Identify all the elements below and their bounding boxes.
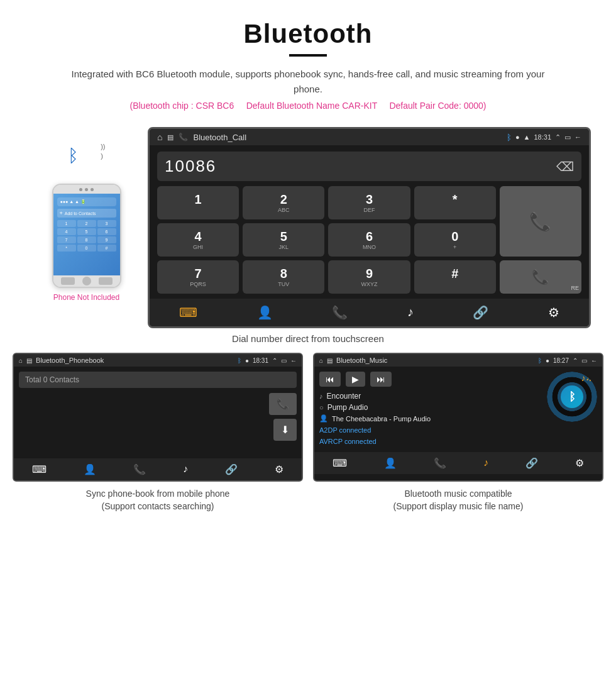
key-7[interactable]: 7PQRS	[157, 260, 239, 294]
title-underline	[289, 54, 327, 57]
main-caption: Dial number direct from touchscreen	[0, 328, 616, 353]
key-6[interactable]: 6MNO	[328, 223, 410, 257]
key-4[interactable]: 4GHI	[157, 223, 239, 257]
person-icon: 👤	[319, 414, 328, 423]
redial-button[interactable]: 📞RE	[500, 260, 581, 294]
avrcp-status: AVRCP connected	[319, 436, 542, 448]
phone-key-star: *	[57, 245, 76, 252]
wave-2: )	[101, 152, 103, 160]
music-screen: ⌂ ▤ Bluetooth_Music ᛒ ● 18:27 ⌃ ▭ ← ⏮ ▶ …	[313, 353, 603, 482]
pb-statusbar-title: Bluetooth_Phonebook	[36, 357, 234, 364]
backspace-button[interactable]: ⌫	[556, 159, 574, 174]
music-caption: Bluetooth music compatible (Support disp…	[313, 482, 603, 515]
pb-content: Total 0 Contacts 📞 ⬇	[14, 367, 302, 446]
key-2[interactable]: 2ABC	[243, 186, 324, 219]
pb-expand-icon: ⌃	[272, 357, 277, 364]
car-screen-dialer: ⌂ ▤ 📞 Bluetooth_Call ᛒ ● ▲ 18:31 ⌃ ▭ ← 1…	[148, 127, 591, 328]
phone-btn-menu	[99, 277, 113, 285]
music-contacts-icon[interactable]: 👤	[384, 457, 397, 469]
keypad-grid: 1 2ABC 3DEF * 📞 4GHI 5JKL 6MNO 0+ 7PQRS …	[150, 186, 589, 299]
circle-icon: ○	[319, 404, 324, 411]
music-caption-line1: Bluetooth music compatible	[404, 489, 512, 499]
pb-contacts-icon[interactable]: 👤	[84, 463, 96, 475]
car-statusbar: ⌂ ▤ 📞 Bluetooth_Call ᛒ ● ▲ 18:31 ⌃ ▭ ←	[150, 129, 589, 145]
pb-settings-icon[interactable]: ⚙	[275, 463, 283, 475]
music-signal: ●	[546, 357, 549, 364]
pb-phone-icon[interactable]: 📞	[133, 463, 146, 475]
car-call-icon: 📞	[179, 133, 188, 141]
bt-signal-container: ᛒ )) )	[68, 140, 106, 177]
pb-signal: ●	[245, 357, 249, 364]
pb-back-icon[interactable]: ←	[290, 357, 297, 364]
pb-download-btn[interactable]: ⬇	[273, 419, 297, 441]
phone-key-0: 0	[77, 245, 96, 252]
battery-icon: ▲	[524, 133, 531, 141]
pb-bottom-bar: ⌨ 👤 📞 ♪ 🔗 ⚙	[14, 458, 302, 480]
pb-search-bar[interactable]: Total 0 Contacts	[19, 372, 297, 388]
pb-music-icon[interactable]: ♪	[183, 463, 188, 475]
phone-dot-3	[91, 188, 94, 191]
pb-call-btn[interactable]: 📞	[269, 393, 297, 415]
bt-circle-logo: ᛒ	[561, 385, 583, 408]
music-keypad-icon[interactable]: ⌨	[333, 457, 347, 469]
pb-time: 18:31	[253, 357, 268, 364]
track-3-name: The Cheebacabra - Pump Audio	[332, 415, 431, 423]
music-notes-icon: ♪♫	[581, 373, 593, 383]
music-expand-icon: ⌃	[573, 357, 578, 364]
settings-icon[interactable]: ⚙	[548, 305, 559, 320]
keypad-icon[interactable]: ⌨	[179, 305, 197, 320]
music-album-art: ᛒ ♪♫	[547, 372, 597, 422]
pb-menu-icon: ▤	[26, 357, 32, 364]
next-button[interactable]: ⏭	[370, 372, 392, 387]
phone-screen-status: ●●● ▲ ▲ 🔋	[57, 197, 116, 206]
key-hash[interactable]: #	[414, 260, 496, 294]
phone-bottom	[53, 275, 120, 287]
phonebook-caption-line2: (Support contacts searching)	[102, 501, 214, 511]
car-statusbar-right: ᛒ ● ▲ 18:31 ⌃ ▭ ←	[507, 133, 581, 142]
music-back-icon[interactable]: ←	[591, 357, 597, 364]
contacts-icon[interactable]: 👤	[257, 305, 273, 320]
page-header: Bluetooth Integrated with BC6 Bluetooth …	[0, 0, 616, 121]
main-screenshot-row: ᛒ )) ) ●●● ▲ ▲ 🔋 Add to Contacts 1 2 3 4	[0, 121, 616, 328]
key-0[interactable]: 0+	[414, 223, 496, 257]
page-description: Integrated with BC6 Bluetooth module, su…	[63, 67, 553, 97]
phone-key-4: 4	[57, 228, 76, 235]
music-phone-icon[interactable]: 📞	[434, 457, 446, 469]
key-1[interactable]: 1	[157, 186, 239, 219]
phone-icon[interactable]: 📞	[332, 305, 348, 320]
keypad-bottom-bar: ⌨ 👤 📞 ♪ 🔗 ⚙	[150, 299, 589, 326]
key-9[interactable]: 9WXYZ	[328, 260, 410, 294]
key-star[interactable]: *	[414, 186, 496, 219]
key-8[interactable]: 8TUV	[243, 260, 324, 294]
a2dp-status: A2DP connected	[319, 425, 542, 436]
link-icon[interactable]: 🔗	[473, 305, 488, 320]
prev-button[interactable]: ⏮	[319, 372, 341, 387]
phonebook-screen: ⌂ ▤ Bluetooth_Phonebook ᛒ ● 18:31 ⌃ ▭ ← …	[13, 353, 303, 482]
track-1-name: Encounter	[327, 392, 361, 401]
play-button[interactable]: ▶	[346, 372, 365, 387]
music-music-icon[interactable]: ♪	[483, 457, 488, 469]
phone-aside: ᛒ )) ) ●●● ▲ ▲ 🔋 Add to Contacts 1 2 3 4	[25, 127, 148, 302]
pb-keypad-icon[interactable]: ⌨	[32, 463, 47, 475]
key-5[interactable]: 5JKL	[243, 223, 324, 257]
music-icon[interactable]: ♪	[407, 305, 414, 320]
phone-not-included-label: Phone Not Included	[53, 293, 119, 302]
music-time: 18:27	[553, 357, 569, 364]
track-1-row: ♪ Encounter	[319, 392, 542, 401]
dialer-input-row: 10086 ⌫	[157, 152, 581, 181]
back-icon[interactable]: ←	[575, 133, 581, 141]
music-link-icon[interactable]: 🔗	[525, 457, 538, 469]
music-info: ⏮ ▶ ⏭ ♪ Encounter ○ Pump Audio 👤 The	[319, 372, 542, 447]
call-button[interactable]: 📞	[500, 186, 581, 257]
phone-dot-2	[85, 188, 88, 191]
phone-add-contact: Add to Contacts	[57, 209, 116, 218]
music-caption-line2: (Support display music file name)	[393, 501, 524, 511]
pb-home-icon: ⌂	[19, 357, 23, 364]
phone-key-8: 8	[77, 236, 96, 243]
music-settings-icon[interactable]: ⚙	[575, 457, 584, 469]
pb-link-icon[interactable]: 🔗	[225, 463, 238, 475]
phone-key-1: 1	[57, 220, 76, 227]
phonebook-caption-line1: Sync phone-book from mobile phone	[86, 489, 230, 499]
key-3[interactable]: 3DEF	[328, 186, 410, 219]
music-window-icon: ▭	[581, 357, 587, 364]
